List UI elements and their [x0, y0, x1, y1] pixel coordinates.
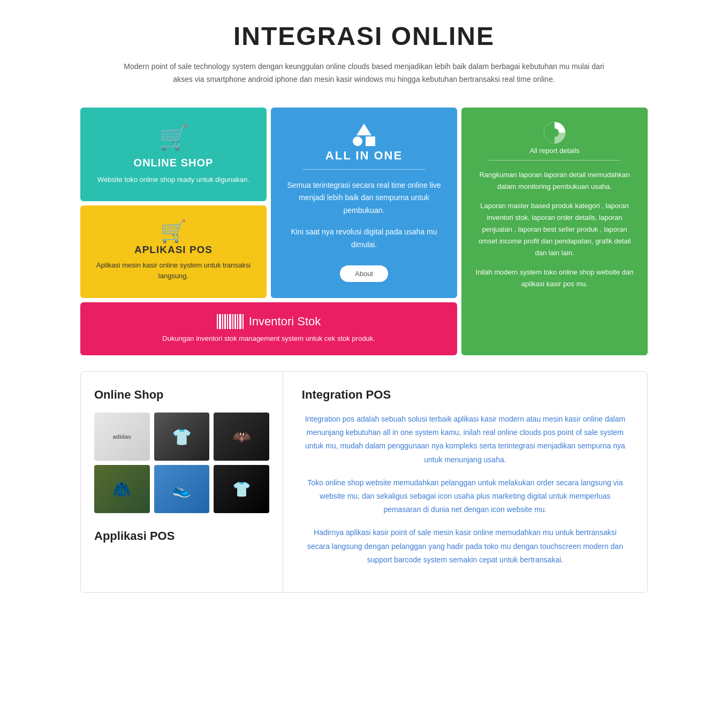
aplikasi-pos-title: APLIKASI POS [91, 244, 256, 256]
batman-icon: 🦇 [232, 428, 251, 446]
product-item-jacket: 🧥 [94, 465, 150, 513]
barcode-icon [217, 314, 244, 329]
product-grid: adidas 👕 🦇 🧥 👟 👕 [94, 413, 269, 513]
black-shirt-icon: 👕 [232, 480, 251, 498]
bottom-section: Online Shop adidas 👕 🦇 🧥 👟 👕 [80, 371, 648, 593]
page-subtitle: Modern point of sale technology system d… [123, 60, 605, 86]
adidas-label: adidas [112, 433, 131, 440]
report-subtitle: All report details [472, 147, 637, 155]
online-shop-title: ONLINE SHOP [91, 157, 256, 169]
divider [302, 169, 426, 170]
product-item-black-shirt: 👕 [214, 465, 269, 513]
report-desc1: Rangkuman laporan laporan detail memudah… [472, 169, 637, 193]
product-item-batman: 🦇 [214, 413, 269, 461]
applikasi-pos-section-title: Applikasi POS [94, 529, 269, 543]
product-item-shirt: 👕 [154, 413, 210, 461]
integration-para-3: Hadirnya aplikasi kasir point of sale me… [302, 526, 628, 567]
jacket-icon: 🧥 [112, 480, 131, 498]
inventori-title: Inventori Stok [91, 314, 446, 329]
all-in-one-title: ALL IN ONE [325, 149, 403, 163]
feature-grid: 🛒 ONLINE SHOP Website toko online shop r… [80, 108, 648, 355]
all-in-one-desc1: Semua terintegrasi secara real time onli… [287, 179, 441, 217]
inventori-desc: Dukungan inventori stok management syste… [91, 333, 446, 344]
product-item-adidas: adidas [94, 413, 150, 461]
card-inventori: Inventori Stok Dukungan inventori stok m… [80, 302, 457, 356]
about-button[interactable]: About [340, 265, 388, 282]
cart-icon: 🛒 [91, 219, 256, 244]
report-desc3: Inilah modern system toko online shop we… [472, 266, 637, 290]
card-all-in-one: ALL IN ONE Semua terintegrasi secara rea… [271, 108, 457, 298]
card-aplikasi-pos: 🛒 APLIKASI POS Aplikasi mesin kasir onli… [80, 205, 267, 297]
product-item-shoes: 👟 [154, 465, 210, 513]
basket-icon: 🛒 [91, 124, 256, 151]
online-shop-desc: Website toko online shop ready untuk dig… [91, 174, 256, 185]
shirt-icon: 👕 [172, 428, 192, 446]
integration-para-2: Toko online shop website memudahkan pela… [302, 476, 628, 517]
report-divider [489, 160, 620, 161]
pie-chart-icon [543, 121, 566, 144]
page-title: INTEGRASI ONLINE [80, 21, 648, 51]
shoes-icon: 👟 [172, 480, 191, 498]
all-in-one-desc2: Kini saat nya revolusi digital pada usah… [287, 226, 441, 251]
bottom-left: Online Shop adidas 👕 🦇 🧥 👟 👕 [81, 372, 283, 592]
card-report: All report details Rangkuman laporan lap… [461, 108, 648, 355]
integration-para-1: Integration pos adalah sebuah solusi ter… [302, 413, 628, 467]
svg-point-1 [550, 128, 559, 137]
report-desc2: Laporan master based produk kategori , l… [472, 200, 637, 259]
aplikasi-pos-desc: Aplikasi mesin kasir online system untuk… [91, 260, 256, 281]
shapes-icon [353, 124, 375, 146]
online-shop-section-title: Online Shop [94, 388, 269, 402]
bottom-right: Integration POS Integration pos adalah s… [283, 372, 647, 592]
card-online-shop: 🛒 ONLINE SHOP Website toko online shop r… [80, 108, 267, 202]
integration-pos-title: Integration POS [302, 388, 628, 402]
